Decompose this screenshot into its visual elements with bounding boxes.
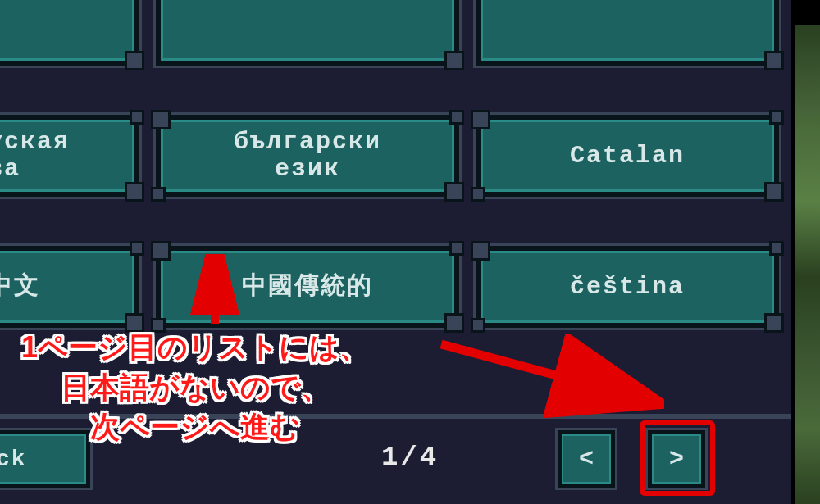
language-option-czech[interactable]: čeština — [476, 246, 779, 328]
language-option-bulgarian[interactable]: български език — [156, 115, 459, 197]
language-option[interactable] — [156, 0, 459, 66]
back-button[interactable]: Back — [0, 430, 90, 488]
language-option-chinese-simplified[interactable]: 简体中文 — [0, 246, 139, 328]
footer-bar: Back 1/4 < > — [0, 414, 791, 504]
language-label: Catalan — [570, 143, 685, 170]
language-option[interactable] — [0, 0, 139, 66]
next-page-button[interactable]: > — [648, 430, 705, 488]
annotation-arrow-diagonal-icon — [435, 334, 664, 425]
language-label: български език — [234, 129, 381, 183]
language-label: Беларуская мова — [0, 129, 70, 183]
game-viewport: Беларуская мова български език Catalan 简… — [0, 0, 791, 504]
page-indicator: 1/4 — [381, 442, 439, 473]
game-border-decoration — [791, 0, 820, 504]
language-option-catalan[interactable]: Catalan — [476, 115, 779, 197]
language-grid: Беларуская мова български език Catalan 简… — [0, 0, 779, 344]
chevron-right-icon: > — [669, 445, 684, 473]
chevron-left-icon: < — [579, 445, 594, 473]
language-option[interactable] — [476, 0, 779, 66]
language-label: 简体中文 — [0, 274, 40, 301]
language-label: 中國傳統的 — [242, 274, 373, 301]
language-label: čeština — [570, 274, 685, 301]
language-option-chinese-traditional[interactable]: 中國傳統的 — [156, 246, 459, 328]
language-option-belarusian[interactable]: Беларуская мова — [0, 115, 139, 197]
prev-page-button[interactable]: < — [558, 430, 615, 488]
back-button-label: Back — [0, 447, 27, 472]
svg-line-1 — [441, 344, 641, 398]
